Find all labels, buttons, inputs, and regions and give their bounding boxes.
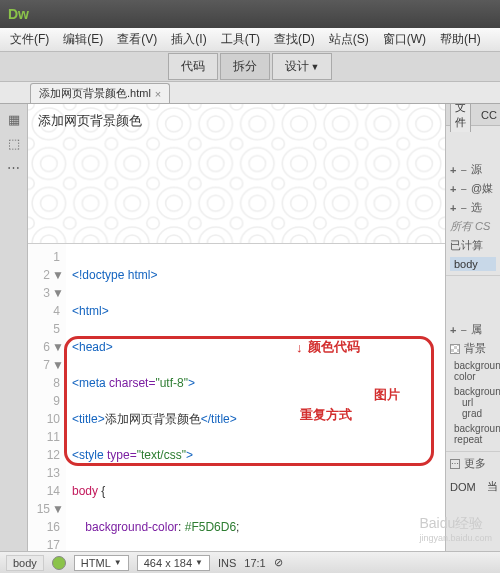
view-tab-design-label: 设计 [285, 59, 309, 73]
more-box-icon: ⋯ [450, 459, 460, 469]
code-l2: <html> [72, 304, 109, 318]
document-tabs: 添加网页背景颜色.html × [0, 82, 500, 104]
code-l4b: charset= [109, 376, 155, 390]
rp-breadcrumb[interactable]: body [450, 257, 496, 271]
menu-edit[interactable]: 编辑(E) [57, 29, 109, 50]
sb-cursor-pos: 17:1 [244, 557, 265, 569]
rp-bg-heading: 背景 [464, 341, 486, 356]
view-tab-code-label: 代码 [181, 59, 205, 73]
code-l7b: { [101, 484, 105, 498]
sb-lang-select[interactable]: HTML▼ [74, 555, 129, 571]
view-mode-tabs: 代码 拆分 设计▼ [0, 52, 500, 82]
left-toolbar: ▦ ⬚ ⋯ [0, 104, 28, 551]
menu-insert[interactable]: 插入(I) [165, 29, 212, 50]
rp-sources: +−源 +−@媒 +−选 所有 CS 已计算 body [446, 156, 500, 276]
code-l6d: > [186, 448, 193, 462]
rp-properties: +−属 背景 background-color background- url … [446, 316, 500, 452]
app-logo: Dw [8, 6, 29, 22]
menu-view[interactable]: 查看(V) [111, 29, 163, 50]
rp-url-label: url [462, 397, 492, 408]
document-tab-label: 添加网页背景颜色.html [39, 86, 151, 101]
rp-source-label: 源 [471, 162, 482, 177]
code-l8d: ; [236, 520, 239, 534]
preview-body-text: 添加网页背景颜色 [38, 112, 142, 130]
editor-pane: 添加网页背景颜色 1 2▼3▼ 4 5 6▼ 7▼8 9 10 11 12 13… [28, 104, 445, 551]
code-l8c: #F5D6D6 [185, 520, 236, 534]
manage-icon[interactable]: ⬚ [6, 136, 22, 150]
code-l6a: <style [72, 448, 107, 462]
rp-current-label[interactable]: 当 [487, 479, 498, 494]
sb-status-indicator[interactable] [52, 556, 66, 570]
statusbar: body HTML▼ 464 x 184▼ INS 17:1 ⊘ [0, 551, 500, 573]
rp-sel-label: 选 [471, 200, 482, 215]
code-l5a: <title> [72, 412, 105, 426]
line-gutter: 1 2▼3▼ 4 5 6▼ 7▼8 9 10 11 12 13 14 15▼ 1… [28, 244, 66, 551]
view-tab-code[interactable]: 代码 [168, 53, 218, 80]
rp-props-heading: 属 [471, 322, 482, 337]
rp-grad-label: grad [462, 408, 492, 419]
more-icon[interactable]: ⋯ [6, 160, 22, 174]
rp-at-label: @媒 [471, 181, 493, 196]
menu-window[interactable]: 窗口(W) [377, 29, 432, 50]
code-l4a: <meta [72, 376, 109, 390]
rp-allcss-label: 所有 CS [450, 219, 490, 234]
chevron-down-icon: ▼ [195, 558, 203, 567]
code-l7a: body [72, 484, 101, 498]
minus-icon[interactable]: − [460, 202, 466, 214]
rp-dom-label[interactable]: DOM [450, 481, 476, 493]
chevron-down-icon: ▼ [114, 558, 122, 567]
files-icon[interactable]: ▦ [6, 112, 22, 126]
menu-site[interactable]: 站点(S) [323, 29, 375, 50]
main-area: ▦ ⬚ ⋯ [0, 104, 500, 551]
rp-more[interactable]: ⋯更多 [446, 452, 500, 475]
code-l6c: "text/css" [137, 448, 186, 462]
menu-find[interactable]: 查找(D) [268, 29, 321, 50]
plus-icon[interactable]: + [450, 202, 456, 214]
rp-bgrepeat-label: background-repeat [454, 423, 492, 445]
rp-tab-cc[interactable]: CC [477, 107, 500, 123]
right-panel-tabs: 文件 CC [446, 104, 500, 126]
plus-icon[interactable]: + [450, 324, 456, 336]
minus-icon[interactable]: − [460, 183, 466, 195]
code-l4d: > [188, 376, 195, 390]
code-l8b: : [178, 520, 185, 534]
sb-lang-label: HTML [81, 557, 111, 569]
right-panel: 文件 CC +−源 +−@媒 +−选 所有 CS 已计算 body +−属 背景… [445, 104, 500, 551]
code-l5b: 添加网页背景颜色 [105, 412, 201, 426]
close-icon[interactable]: × [155, 88, 161, 100]
code-l6b: type= [107, 448, 137, 462]
code-content[interactable]: <!doctype html> <html> <head> <meta char… [66, 244, 445, 551]
rp-bgimage-label: background- [454, 386, 492, 397]
view-tab-design[interactable]: 设计▼ [272, 53, 333, 80]
menu-tools[interactable]: 工具(T) [215, 29, 266, 50]
menubar: 文件(F) 编辑(E) 查看(V) 插入(I) 工具(T) 查找(D) 站点(S… [0, 28, 500, 52]
rp-bgcolor-label: background-color [454, 360, 492, 382]
code-l1: <!doctype html> [72, 268, 157, 282]
app-window: Dw 文件(F) 编辑(E) 查看(V) 插入(I) 工具(T) 查找(D) 站… [0, 0, 500, 573]
live-preview[interactable]: 添加网页背景颜色 [28, 104, 445, 244]
menu-help[interactable]: 帮助(H) [434, 29, 487, 50]
minus-icon[interactable]: − [460, 324, 466, 336]
rp-more-label: 更多 [464, 456, 486, 471]
view-tab-split[interactable]: 拆分 [220, 53, 270, 80]
chevron-down-icon: ▼ [311, 62, 320, 72]
sb-ins-mode[interactable]: INS [218, 557, 236, 569]
swatch-icon[interactable] [450, 344, 460, 354]
sb-dims-label: 464 x 184 [144, 557, 192, 569]
document-tab[interactable]: 添加网页背景颜色.html × [30, 83, 170, 103]
code-l8a: background-color [85, 520, 178, 534]
code-l3: <head> [72, 340, 113, 354]
code-l5c: </title> [201, 412, 237, 426]
sb-breadcrumb[interactable]: body [6, 555, 44, 571]
menu-file[interactable]: 文件(F) [4, 29, 55, 50]
plus-icon[interactable]: + [450, 183, 456, 195]
titlebar: Dw [0, 0, 500, 28]
sb-encoding-icon[interactable]: ⊘ [274, 556, 283, 569]
plus-icon[interactable]: + [450, 164, 456, 176]
view-tab-split-label: 拆分 [233, 59, 257, 73]
rp-computed-label: 已计算 [450, 238, 483, 253]
sb-dimensions[interactable]: 464 x 184▼ [137, 555, 210, 571]
code-l4c: "utf-8" [155, 376, 188, 390]
minus-icon[interactable]: − [460, 164, 466, 176]
code-editor[interactable]: 1 2▼3▼ 4 5 6▼ 7▼8 9 10 11 12 13 14 15▼ 1… [28, 244, 445, 551]
